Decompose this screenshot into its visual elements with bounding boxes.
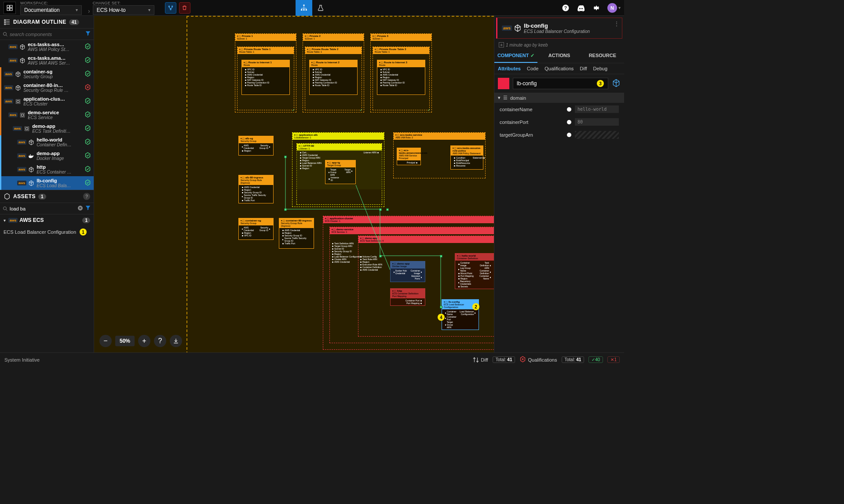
aws-badge-icon: aws (8, 112, 18, 117)
domain-section-header[interactable]: ▾ ☰ domain (494, 93, 624, 103)
component-subtabs: Attributes Code Qualifications Diff Debu… (494, 63, 624, 74)
app-logo[interactable] (4, 2, 16, 14)
subtab-attributes[interactable]: Attributes (498, 66, 521, 71)
aws-badge-icon: aws (4, 72, 13, 76)
changeset-selector[interactable]: CHANGE SET: ECS How-to▾ (93, 1, 154, 15)
download-button[interactable] (170, 335, 182, 347)
outline-item[interactable]: awsecs-tasks.ama…AWS IAM AWS Ser… (0, 54, 94, 67)
diff-status[interactable]: Diff (473, 357, 488, 363)
canvas-node[interactable]: ▾ ⬚ demo-appDocker ImageDocker Hub Crede… (390, 261, 425, 282)
node-type-icon (24, 126, 30, 132)
outline-item[interactable]: awshttpECS Container … (0, 163, 94, 176)
node-type-icon (28, 167, 34, 173)
kebab-menu-icon[interactable]: ⋮ (614, 21, 619, 27)
outline-icon (4, 18, 11, 25)
canvas-node[interactable]: ▾ ⬚ container-sgSecurity GroupAWS Creden… (238, 218, 274, 240)
canvas-node[interactable]: ▾ ⬚ Route to Internet 2RouteVPC IDSubnet… (309, 60, 358, 95)
outline-item[interactable]: awscontainer-80-in…Security Group Rule … (0, 81, 94, 94)
svg-rect-5 (303, 9, 304, 11)
workspace-selector[interactable]: WORKSPACE: Documentation▾ (20, 1, 82, 15)
node-type-icon (19, 58, 26, 64)
attribute-value[interactable] (575, 131, 619, 139)
canvas-node[interactable]: ▾ ⬚ httpECS Container Definition Port Ma… (390, 288, 425, 306)
color-swatch[interactable] (498, 78, 509, 89)
outline-item[interactable]: awsecs-tasks-ass…AWS IAM Policy St… (0, 40, 94, 54)
check-hexagon-icon (84, 166, 91, 174)
cube-icon (514, 24, 522, 32)
zoom-in-button[interactable]: + (138, 335, 150, 347)
attribute-value[interactable]: hello-world (575, 105, 619, 113)
canvas-node[interactable]: ▾ ⬚ hello-worldContainer DefinitionConta… (455, 253, 494, 289)
canvas-node[interactable]: ▾ ⬚ container-80-ingressSecurity Group R… (279, 218, 314, 249)
attribute-value[interactable]: 80 (575, 118, 619, 126)
tab-component[interactable]: COMPONENT✓ (494, 49, 537, 63)
outline-item[interactable]: awsapplication-clus…ECS Cluster (0, 94, 94, 108)
outline-tree: awsecs-tasks-ass…AWS IAM Policy St…awsec… (0, 40, 94, 190)
outline-item[interactable]: awshello-worldContainer Defin… (0, 135, 94, 149)
assets-search-input[interactable] (8, 205, 77, 212)
component-header: aws lb-config ECS Load Balancer Configur… (496, 18, 622, 39)
tab-resource[interactable]: RESOURCE (581, 49, 624, 63)
list-icon: ☰ (503, 95, 508, 101)
zoom-out-button[interactable]: − (99, 335, 112, 347)
outline-search-input[interactable] (8, 31, 85, 38)
outline-item[interactable]: awsdemo-serviceECS Service (0, 108, 94, 122)
component-name-input[interactable] (513, 78, 608, 89)
merge-button[interactable] (165, 2, 176, 14)
discord-icon[interactable] (577, 4, 585, 11)
canvas-node[interactable]: ▾ ⬚ Route to Internet 1RouteVPC IDSubnet… (241, 60, 290, 95)
diagram-view-tab[interactable] (296, 0, 312, 16)
delete-button[interactable] (179, 2, 190, 14)
tab-actions[interactable]: ACTIONS (537, 49, 581, 63)
canvas-node[interactable]: ▾ ⬚ alb-sgSecurity GroupAWS CredentialRe… (238, 136, 274, 156)
lab-view-tab[interactable] (312, 0, 329, 16)
asset-result[interactable]: ECS Load Balancer Configuration 1 (0, 226, 94, 238)
right-panel: aws lb-config ECS Load Balancer Configur… (494, 16, 624, 352)
canvas-node[interactable]: ▾ ⬚ app-tgTarget GroupTarget Group ARNIn… (325, 160, 356, 184)
asset-group[interactable]: ▾ aws AWS ECS 1 (0, 214, 94, 226)
outline-item[interactable]: awsdemo-appECS Task Definiti… (0, 122, 94, 135)
attribute-row: containerPort80 (494, 116, 624, 128)
canvas-node[interactable]: ▾ ⬚ ecs-tasks.amazonaws.comAWS IAM Servi… (397, 148, 421, 165)
canvas-node[interactable]: ▾ ⬚ alb-80-ingressSecurity Group Rule (I… (238, 175, 274, 203)
svg-rect-13 (16, 99, 20, 103)
svg-rect-22 (30, 154, 31, 155)
annotation-2: 2 (472, 303, 479, 310)
canvas-node[interactable]: ▾ ⬚ ecs-tasks-assume-role-policyAWS IAM … (450, 145, 483, 170)
aws-badge-icon: aws (502, 25, 512, 31)
node-type-icon (15, 85, 21, 91)
aws-badge-icon: aws (17, 153, 26, 158)
svg-rect-18 (26, 127, 28, 130)
filter-icon[interactable] (85, 30, 91, 38)
svg-rect-3 (303, 4, 304, 6)
settings-icon[interactable] (592, 4, 600, 12)
qualifications-status[interactable]: Qualifications (519, 356, 557, 363)
attribute-row: containerNamehello-world (494, 103, 624, 116)
avatar: N (607, 3, 617, 13)
socket-icon[interactable] (567, 120, 571, 124)
zoom-help-button[interactable]: ? (154, 335, 166, 347)
filter-icon[interactable] (85, 205, 91, 212)
help-icon[interactable]: ? (83, 193, 90, 200)
subtab-code[interactable]: Code (527, 66, 538, 71)
outline-item[interactable]: awslb-configECS Load Bala… (0, 176, 94, 190)
canvas[interactable]: ▾ ⬚ Private 1Subnet: 1▾ ⬚ Private Route … (94, 16, 494, 352)
aws-badge-icon: aws (8, 44, 18, 49)
socket-icon[interactable] (567, 107, 571, 112)
node-type-icon (15, 71, 21, 77)
outline-search-row (0, 29, 94, 40)
breadcrumb-arrow-icon: › (88, 7, 90, 15)
subtab-debug[interactable]: Debug (593, 66, 607, 71)
help-icon[interactable]: ? (562, 4, 570, 12)
outline-item[interactable]: awsdemo-appDocker Image (0, 149, 94, 163)
chevron-down-icon: ▾ (498, 95, 501, 101)
subtab-diff[interactable]: Diff (580, 66, 587, 71)
subtab-qualifications[interactable]: Qualifications (544, 66, 574, 71)
node-type-icon (28, 180, 34, 186)
user-menu[interactable]: N ▾ (607, 3, 621, 13)
component-type-icon[interactable] (612, 79, 621, 89)
socket-icon[interactable] (567, 133, 571, 137)
outline-item[interactable]: awscontainer-sgSecurity Group (0, 67, 94, 81)
canvas-node[interactable]: ▾ ⬚ Route to Internet 3RouteVPC IDSubnet… (377, 60, 425, 95)
clear-icon[interactable] (77, 205, 83, 212)
